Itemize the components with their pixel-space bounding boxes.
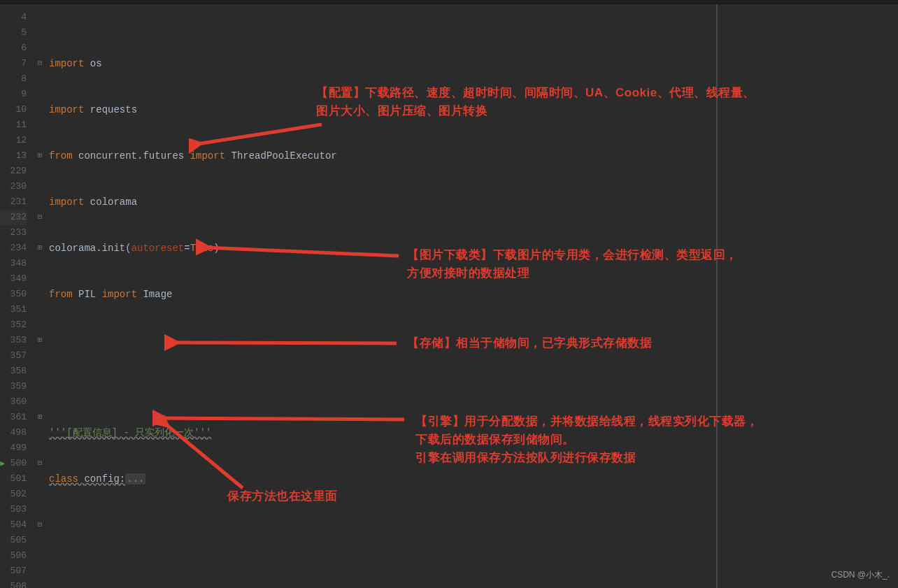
line-number-gutter: 4567891011121322923023123223323434834935… xyxy=(0,4,31,588)
line-number: ▶ 500 xyxy=(0,456,27,471)
annotation-engine-text: 【引擎】用于分配数据，并将数据给线程，线程实列化下载器， 下载后的数据保存到储物… xyxy=(415,413,758,467)
line-number: 502 xyxy=(0,487,27,502)
code-line xyxy=(49,564,898,579)
line-number: 229 xyxy=(0,164,27,179)
code-line: from PIL import Image xyxy=(49,287,898,302)
line-number: 498 xyxy=(0,425,27,440)
line-number: 359 xyxy=(0,379,27,394)
line-number: 349 xyxy=(0,271,27,287)
line-number: 361 xyxy=(0,410,27,425)
annotation-config-text: 【配置】下载路径、速度、超时时间、间隔时间、UA、Cookie、代理、线程量、 … xyxy=(316,84,755,120)
line-number: 232 xyxy=(0,210,27,225)
line-number: 5 xyxy=(0,25,27,41)
line-number: 507 xyxy=(0,564,27,579)
fold-expand-icon[interactable]: ⊞ xyxy=(31,333,49,348)
watermark-text: CSDN @小木_. xyxy=(831,567,890,582)
line-number: 351 xyxy=(0,302,27,317)
line-number: 234 xyxy=(0,241,27,256)
annotation-downloader-text: 【图片下载类】下载图片的专用类，会进行检测、类型返回， 方便对接时的数据处理 xyxy=(407,246,738,282)
code-line: class config:... xyxy=(49,471,898,487)
fold-ellipsis[interactable]: ... xyxy=(125,473,145,485)
fold-expand-icon[interactable]: ⊞ xyxy=(31,241,49,256)
line-number: 7 xyxy=(0,56,27,71)
line-number: 4 xyxy=(0,10,27,25)
code-line: from concurrent.futures import ThreadPoo… xyxy=(49,148,898,164)
line-number: 350 xyxy=(0,287,27,302)
code-line xyxy=(49,517,898,533)
line-number: 10 xyxy=(0,102,27,117)
annotation-storage-text: 【存储】相当于储物间，已字典形式存储数据 xyxy=(407,334,652,352)
line-number: 499 xyxy=(0,440,27,456)
fold-expand-icon[interactable]: ⊞ xyxy=(31,148,49,164)
line-number: 508 xyxy=(0,579,27,588)
fold-collapse-icon[interactable]: ⊟ xyxy=(31,456,49,471)
fold-expand-icon[interactable]: ⊞ xyxy=(31,410,49,425)
line-number: 505 xyxy=(0,533,27,548)
line-number: 233 xyxy=(0,225,27,241)
line-number: 12 xyxy=(0,133,27,148)
fold-gutter[interactable]: ⊟⊞⊟⊞⊞⊞⊟⊟ xyxy=(31,4,49,588)
fold-collapse-icon[interactable]: ⊟ xyxy=(31,517,49,533)
fold-collapse-icon[interactable]: ⊟ xyxy=(31,210,49,225)
line-number: 357 xyxy=(0,348,27,364)
line-number: 231 xyxy=(0,194,27,210)
line-number: 360 xyxy=(0,394,27,410)
line-number: 8 xyxy=(0,71,27,87)
line-number: 353 xyxy=(0,333,27,348)
line-number: 504 xyxy=(0,517,27,533)
line-number: 230 xyxy=(0,179,27,194)
line-number: 9 xyxy=(0,87,27,102)
line-number: 501 xyxy=(0,471,27,487)
line-number: 348 xyxy=(0,256,27,271)
fold-collapse-icon[interactable]: ⊟ xyxy=(31,56,49,71)
line-number: 352 xyxy=(0,317,27,333)
annotation-save-method-text: 保存方法也在这里面 xyxy=(227,487,338,505)
line-number: 358 xyxy=(0,364,27,379)
code-line: import colorama xyxy=(49,194,898,210)
line-number: 506 xyxy=(0,548,27,564)
line-number: 6 xyxy=(0,41,27,56)
line-number: 13 xyxy=(0,148,27,164)
line-number: 503 xyxy=(0,502,27,517)
code-line: import os xyxy=(49,56,898,71)
code-line xyxy=(49,379,898,394)
line-number: 11 xyxy=(0,117,27,133)
